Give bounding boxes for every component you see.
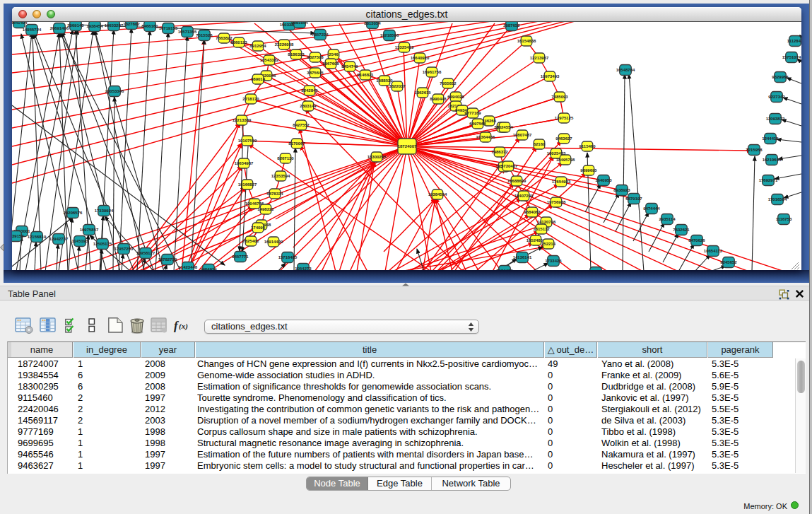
svg-text:7625402: 7625402	[242, 239, 259, 243]
svg-text:8470626: 8470626	[688, 238, 705, 243]
svg-text:9474444: 9474444	[643, 206, 660, 211]
svg-text:62160: 62160	[534, 142, 546, 146]
svg-text:9329966: 9329966	[772, 75, 789, 79]
svg-text:1327602: 1327602	[123, 22, 140, 26]
svg-text:8454749: 8454749	[341, 64, 358, 69]
svg-text:1145193: 1145193	[71, 239, 88, 243]
svg-text:14120746: 14120746	[537, 220, 556, 224]
svg-text:7857224: 7857224	[312, 33, 329, 37]
svg-text:10973493: 10973493	[541, 74, 560, 78]
svg-text:9115460: 9115460	[579, 144, 596, 148]
svg-text:17339924: 17339924	[95, 209, 114, 213]
svg-text:8427552: 8427552	[293, 123, 310, 127]
svg-text:2087652: 2087652	[503, 23, 520, 28]
svg-text:10107559: 10107559	[238, 139, 257, 143]
svg-text:9463627: 9463627	[555, 136, 572, 141]
svg-text:6879197: 6879197	[625, 197, 642, 201]
svg-text:10543382: 10543382	[260, 58, 279, 62]
svg-text:17016504: 17016504	[768, 197, 787, 201]
svg-text:1244415: 1244415	[762, 136, 779, 141]
svg-text:1112843: 1112843	[787, 39, 801, 43]
svg-text:1588520: 1588520	[376, 78, 393, 83]
svg-text:15720407: 15720407	[499, 164, 518, 168]
svg-text:8466160: 8466160	[141, 24, 158, 28]
svg-text:9227342: 9227342	[768, 95, 785, 99]
svg-text:17957253: 17957253	[114, 247, 134, 251]
svg-text:989014: 989014	[251, 77, 266, 81]
svg-text:19384554: 19384554	[428, 192, 447, 197]
svg-text:19756928: 19756928	[547, 200, 566, 204]
svg-text:21364436: 21364436	[476, 135, 495, 139]
svg-text:7515526: 7515526	[196, 33, 213, 37]
svg-text:15716485: 15716485	[278, 255, 298, 259]
svg-text:14055724: 14055724	[23, 28, 42, 32]
svg-text:10958127: 10958127	[136, 251, 155, 255]
svg-text:16571355: 16571355	[178, 30, 197, 34]
svg-text:17654923: 17654923	[552, 180, 571, 184]
svg-text:17692971: 17692971	[759, 178, 778, 182]
svg-text:3024554: 3024554	[496, 125, 513, 129]
svg-text:9464914: 9464914	[200, 267, 217, 270]
svg-text:8660123: 8660123	[230, 40, 247, 45]
svg-text:2546: 2546	[329, 52, 339, 57]
svg-text:6494028: 6494028	[447, 95, 464, 99]
svg-text:16210643: 16210643	[763, 158, 782, 162]
svg-text:7632621: 7632621	[673, 228, 690, 232]
svg-text:12353594: 12353594	[271, 174, 290, 178]
svg-text:9641404: 9641404	[12, 22, 28, 25]
svg-text:7485093: 7485093	[551, 95, 568, 99]
svg-text:12975125: 12975125	[555, 116, 574, 120]
svg-text:252214: 252214	[541, 242, 556, 246]
svg-text:10654112: 10654112	[704, 249, 723, 253]
svg-text:8990448: 8990448	[430, 97, 447, 101]
svg-text:18724007: 18724007	[398, 144, 417, 148]
svg-text:1362615: 1362615	[414, 90, 431, 95]
svg-text:1498222: 1498222	[257, 207, 274, 211]
svg-text:9146821: 9146821	[357, 73, 374, 77]
svg-text:10653287: 10653287	[105, 23, 124, 28]
svg-text:8912954: 8912954	[249, 44, 266, 48]
svg-text:174095: 174095	[251, 226, 266, 230]
svg-text:12156819: 12156819	[28, 235, 47, 239]
svg-text:8938923: 8938923	[613, 188, 630, 192]
svg-text:2069140: 2069140	[67, 23, 84, 28]
svg-text:7955812: 7955812	[440, 81, 457, 86]
svg-text:2139157: 2139157	[12, 234, 24, 238]
svg-text:16154838: 16154838	[517, 39, 536, 43]
svg-text:3822037: 3822037	[389, 84, 406, 88]
svg-text:12942737: 12942737	[49, 237, 69, 241]
svg-text:23226058: 23226058	[275, 42, 294, 47]
svg-text:20206576: 20206576	[64, 211, 83, 215]
svg-text:16640910: 16640910	[411, 56, 430, 60]
svg-text:8813054: 8813054	[364, 22, 381, 25]
svg-text:16914409: 16914409	[264, 240, 283, 244]
svg-text:16548784: 16548784	[616, 68, 635, 72]
svg-text:9684067: 9684067	[524, 210, 541, 214]
svg-text:12213957: 12213957	[530, 56, 549, 60]
svg-text:3875645: 3875645	[307, 71, 324, 75]
svg-text:15751074: 15751074	[782, 55, 801, 59]
svg-text:2967608: 2967608	[322, 62, 339, 66]
svg-text:19654987: 19654987	[235, 161, 254, 165]
svg-text:18495798: 18495798	[556, 158, 575, 162]
svg-text:9242845: 9242845	[301, 88, 318, 93]
svg-text:13325419: 13325419	[395, 45, 414, 49]
svg-text:8134412: 8134412	[496, 269, 513, 270]
svg-text:10975857: 10975857	[80, 228, 99, 232]
svg-text:(x): (x)	[179, 322, 188, 331]
svg-text:7986372: 7986372	[491, 150, 508, 154]
svg-text:8267130: 8267130	[277, 156, 294, 160]
svg-text:9699695: 9699695	[580, 168, 597, 173]
svg-text:14136141: 14136141	[513, 255, 532, 259]
svg-text:12213389: 12213389	[233, 118, 252, 122]
svg-text:1615132: 1615132	[533, 227, 550, 231]
svg-text:19166827: 19166827	[238, 182, 257, 187]
svg-text:20691406: 20691406	[50, 26, 69, 30]
svg-text:1116753: 1116753	[776, 217, 792, 221]
svg-text:2803144: 2803144	[300, 104, 317, 108]
svg-text:10719155: 10719155	[159, 26, 178, 30]
svg-text:9327508: 9327508	[307, 55, 324, 59]
svg-text:16782759: 16782759	[158, 257, 177, 262]
svg-text:19218506: 19218506	[380, 33, 399, 37]
svg-text:9091054: 9091054	[291, 22, 308, 25]
